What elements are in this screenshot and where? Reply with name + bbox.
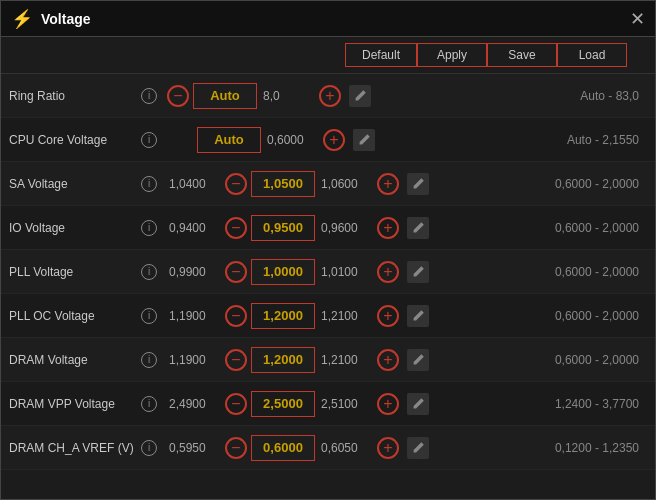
info-icon-container: i	[139, 88, 159, 104]
value-input[interactable]	[251, 215, 315, 241]
info-icon[interactable]: i	[141, 88, 157, 104]
right-side-value: 1,0100	[321, 265, 373, 279]
increment-button[interactable]: +	[323, 129, 345, 151]
row-label: CPU Core Voltage	[9, 133, 139, 147]
edit-button[interactable]	[407, 217, 429, 239]
row-controls: 0,6000+	[167, 127, 375, 153]
edit-button[interactable]	[349, 85, 371, 107]
decrement-button[interactable]: −	[225, 217, 247, 239]
table-row: PLL OC Voltagei1,1900−1,2100+ 0,6000 - 2…	[1, 294, 655, 338]
increment-button[interactable]: +	[377, 393, 399, 415]
edit-button[interactable]	[407, 437, 429, 459]
default-button[interactable]: Default	[345, 43, 417, 67]
right-side-value: 1,0600	[321, 177, 373, 191]
row-label: DRAM VPP Voltage	[9, 397, 139, 411]
info-icon[interactable]: i	[141, 132, 157, 148]
value-input[interactable]	[251, 259, 315, 285]
decrement-button[interactable]: −	[225, 173, 247, 195]
row-controls: 1,1900−1,2100+	[167, 347, 429, 373]
title-left: ⚡ Voltage	[11, 8, 91, 30]
value-input[interactable]	[251, 347, 315, 373]
info-icon[interactable]: i	[141, 176, 157, 192]
increment-button[interactable]: +	[377, 305, 399, 327]
decrement-button[interactable]: −	[167, 85, 189, 107]
edit-button[interactable]	[407, 349, 429, 371]
table-row: SA Voltagei1,0400−1,0600+ 0,6000 - 2,000…	[1, 162, 655, 206]
rows-container: Ring Ratioi−8,0+ Auto - 83,0CPU Core Vol…	[1, 74, 655, 499]
info-icon[interactable]: i	[141, 308, 157, 324]
row-label: SA Voltage	[9, 177, 139, 191]
left-side-value: 2,4900	[169, 397, 221, 411]
title-bar: ⚡ Voltage ✕	[1, 1, 655, 37]
right-side-value: 0,9600	[321, 221, 373, 235]
range-label: 0,6000 - 2,0000	[555, 353, 647, 367]
info-icon[interactable]: i	[141, 440, 157, 456]
right-side-value: 8,0	[263, 89, 315, 103]
apply-button[interactable]: Apply	[417, 43, 487, 67]
load-button[interactable]: Load	[557, 43, 627, 67]
voltage-window: ⚡ Voltage ✕ Default Apply Save Load Ring…	[0, 0, 656, 500]
row-controls: −8,0+	[167, 83, 371, 109]
edit-button[interactable]	[407, 173, 429, 195]
row-label: DRAM CH_A VREF (V)	[9, 441, 139, 455]
decrement-button[interactable]: −	[225, 349, 247, 371]
increment-button[interactable]: +	[377, 261, 399, 283]
info-icon[interactable]: i	[141, 220, 157, 236]
increment-button[interactable]: +	[377, 217, 399, 239]
window-title: Voltage	[41, 11, 91, 27]
range-label: Auto - 2,1550	[567, 133, 647, 147]
left-side-value: 0,9400	[169, 221, 221, 235]
info-icon-container: i	[139, 220, 159, 236]
value-input[interactable]	[251, 303, 315, 329]
row-controls: 0,9900−1,0100+	[167, 259, 429, 285]
edit-button[interactable]	[353, 129, 375, 151]
close-button[interactable]: ✕	[630, 8, 645, 30]
row-label: DRAM Voltage	[9, 353, 139, 367]
decrement-button[interactable]: −	[225, 393, 247, 415]
right-side-value: 2,5100	[321, 397, 373, 411]
edit-button[interactable]	[407, 305, 429, 327]
value-input[interactable]	[193, 83, 257, 109]
left-side-value: 1,0400	[169, 177, 221, 191]
increment-button[interactable]: +	[377, 437, 399, 459]
range-label: 0,6000 - 2,0000	[555, 177, 647, 191]
info-icon[interactable]: i	[141, 352, 157, 368]
decrement-button[interactable]: −	[225, 261, 247, 283]
value-input[interactable]	[251, 391, 315, 417]
lightning-icon: ⚡	[11, 8, 33, 30]
row-label: PLL OC Voltage	[9, 309, 139, 323]
left-side-value: 0,9900	[169, 265, 221, 279]
table-row: DRAM VPP Voltagei2,4900−2,5100+ 1,2400 -…	[1, 382, 655, 426]
info-icon[interactable]: i	[141, 396, 157, 412]
info-icon-container: i	[139, 308, 159, 324]
edit-button[interactable]	[407, 393, 429, 415]
value-input[interactable]	[251, 171, 315, 197]
range-label: 0,6000 - 2,0000	[555, 221, 647, 235]
right-side-value: 0,6000	[267, 133, 319, 147]
info-icon[interactable]: i	[141, 264, 157, 280]
range-label: 0,1200 - 1,2350	[555, 441, 647, 455]
info-icon-container: i	[139, 440, 159, 456]
right-side-value: 1,2100	[321, 309, 373, 323]
decrement-button[interactable]: −	[225, 437, 247, 459]
row-controls: 0,9400−0,9600+	[167, 215, 429, 241]
range-label: 1,2400 - 3,7700	[555, 397, 647, 411]
info-icon-container: i	[139, 176, 159, 192]
left-side-value: 0,5950	[169, 441, 221, 455]
table-row: CPU Core Voltagei0,6000+ Auto - 2,1550	[1, 118, 655, 162]
decrement-button[interactable]: −	[225, 305, 247, 327]
row-label: PLL Voltage	[9, 265, 139, 279]
increment-button[interactable]: +	[377, 349, 399, 371]
info-icon-container: i	[139, 132, 159, 148]
row-controls: 2,4900−2,5100+	[167, 391, 429, 417]
right-side-value: 1,2100	[321, 353, 373, 367]
increment-button[interactable]: +	[319, 85, 341, 107]
increment-button[interactable]: +	[377, 173, 399, 195]
value-input[interactable]	[251, 435, 315, 461]
row-label: IO Voltage	[9, 221, 139, 235]
save-button[interactable]: Save	[487, 43, 557, 67]
edit-button[interactable]	[407, 261, 429, 283]
table-row: DRAM CH_A VREF (V)i0,5950−0,6050+ 0,1200…	[1, 426, 655, 470]
left-side-value: 1,1900	[169, 353, 221, 367]
value-input[interactable]	[197, 127, 261, 153]
